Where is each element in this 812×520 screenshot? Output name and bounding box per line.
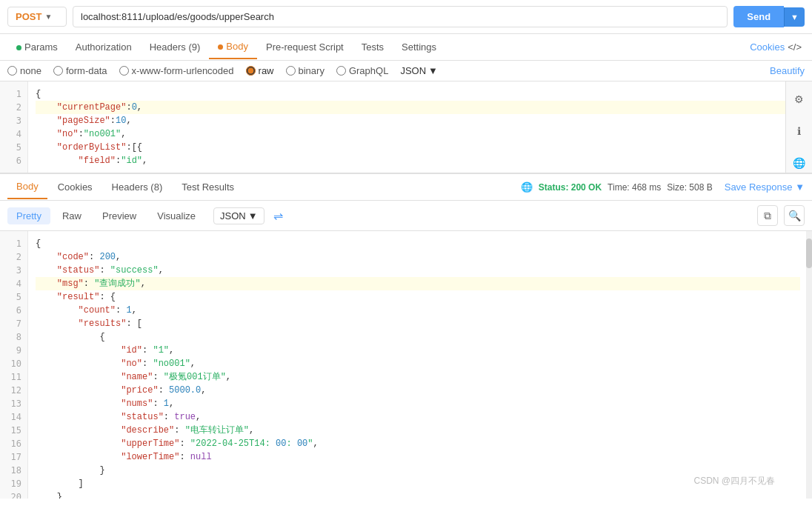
response-tabs: Body Cookies Headers (8) Test Results 🌐 … (0, 174, 812, 201)
params-dot (16, 45, 21, 50)
json-resp-chevron-icon: ▼ (248, 210, 258, 221)
globe-icon: 🌐 (521, 181, 533, 193)
request-code-area[interactable]: { "currentPage":0, "pageSize":10, "no":"… (28, 81, 812, 173)
response-scrollbar[interactable] (806, 231, 812, 499)
sidebar-settings-icon[interactable]: ⚙ (789, 89, 810, 109)
app-container: POST ▼ Send ▼ Params Authorization Heade… (0, 0, 812, 499)
search-icon[interactable]: 🔍 (784, 205, 805, 226)
url-input[interactable] (73, 6, 728, 27)
status-ok: Status: 200 OK (539, 182, 602, 193)
fmt-pretty[interactable]: Pretty (7, 207, 50, 224)
fmt-raw[interactable]: Raw (53, 207, 90, 224)
resp-tab-test-results[interactable]: Test Results (173, 176, 243, 199)
send-button-group: Send ▼ (733, 6, 805, 27)
sidebar-info-icon[interactable]: ℹ (789, 121, 810, 141)
copy-icon[interactable]: ⧉ (757, 205, 778, 226)
json-chevron-icon: ▼ (428, 65, 438, 76)
time-label: Time: 468 ms (608, 182, 661, 193)
tab-headers[interactable]: Headers (9) (141, 36, 210, 59)
method-select[interactable]: POST ▼ (7, 7, 67, 27)
response-format-icons: ⧉ 🔍 (757, 205, 805, 226)
cookies-button[interactable]: Cookies (750, 41, 785, 53)
method-chevron-icon: ▼ (44, 13, 52, 21)
resp-tab-cookies[interactable]: Cookies (49, 176, 102, 199)
tab-authorization[interactable]: Authorization (67, 36, 141, 59)
opt-raw[interactable]: raw (246, 65, 274, 76)
top-bar: POST ▼ Send ▼ (0, 0, 812, 34)
watermark: CSDN @四月不见春 (693, 475, 775, 487)
fmt-preview[interactable]: Preview (93, 207, 145, 224)
response-line-numbers: 123456789101112131415161718192021 (0, 231, 28, 499)
tab-body[interactable]: Body (209, 35, 257, 59)
response-format-row: Pretty Raw Preview Visualize JSON ▼ ⇌ ⧉ … (0, 201, 812, 231)
size-label: Size: 508 B (667, 182, 712, 193)
body-dot (218, 44, 223, 50)
sidebar-cookie-icon[interactable]: 🌐 (789, 153, 810, 173)
save-response-button[interactable]: Save Response ▼ (725, 181, 805, 193)
json-response-format-select[interactable]: JSON ▼ (213, 207, 264, 224)
method-label: POST (16, 11, 41, 22)
send-button[interactable]: Send (733, 6, 784, 27)
send-dropdown-button[interactable]: ▼ (784, 7, 805, 27)
json-format-select[interactable]: JSON ▼ (400, 65, 438, 76)
opt-urlencoded[interactable]: x-www-form-urlencoded (119, 65, 234, 76)
opt-form-data[interactable]: form-data (53, 65, 107, 76)
tab-prerequest[interactable]: Pre-request Script (257, 36, 353, 59)
code-icon[interactable]: </> (785, 41, 805, 53)
resp-tab-body[interactable]: Body (7, 175, 47, 199)
opt-graphql[interactable]: GraphQL (336, 65, 388, 76)
fmt-visualize[interactable]: Visualize (148, 207, 204, 224)
tab-params[interactable]: Params (7, 36, 67, 59)
request-editor: 1 2 3 4 5 6 { "currentPage":0, "pageSize… (0, 81, 812, 174)
response-code-area[interactable]: { "code": 200, "status": "success", "msg… (28, 231, 812, 499)
request-line-numbers: 1 2 3 4 5 6 (0, 81, 28, 173)
response-body[interactable]: 123456789101112131415161718192021 { "cod… (0, 231, 812, 499)
opt-none[interactable]: none (7, 65, 41, 76)
filter-icon[interactable]: ⇌ (273, 209, 283, 223)
body-options-row: none form-data x-www-form-urlencoded raw… (0, 61, 812, 81)
tab-settings[interactable]: Settings (393, 36, 445, 59)
right-sidebar: ⚙ ℹ 🌐 (785, 81, 812, 173)
beautify-button[interactable]: Beautify (770, 65, 805, 76)
opt-binary[interactable]: binary (286, 65, 325, 76)
tab-tests[interactable]: Tests (353, 36, 393, 59)
response-status: 🌐 Status: 200 OK Time: 468 ms Size: 508 … (521, 181, 805, 193)
save-response-chevron-icon: ▼ (795, 181, 805, 193)
resp-tab-headers[interactable]: Headers (8) (103, 176, 172, 199)
response-scrollbar-thumb[interactable] (806, 239, 812, 268)
request-tabs: Params Authorization Headers (9) Body Pr… (0, 34, 812, 61)
